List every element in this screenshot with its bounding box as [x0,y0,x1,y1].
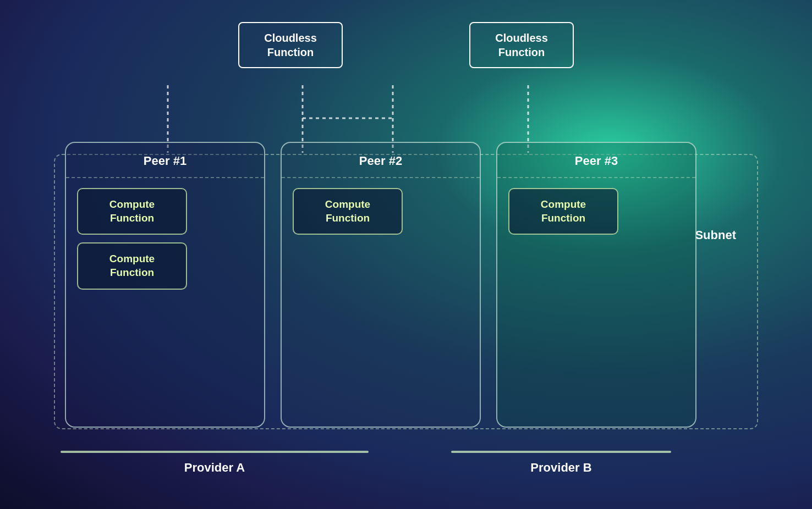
peer-3-compute-1: Compute Function [508,188,618,235]
peer-1-box: Peer #1 Compute Function Compute Functio… [65,142,265,428]
cloudless-label-2: Cloudless [495,32,548,44]
peer-3-box: Peer #3 Compute Function [496,142,696,428]
cloudless-label-1: Cloudless [264,32,317,44]
peer-2-compute-1: Compute Function [293,188,403,235]
provider-b-label: Provider B [530,461,591,475]
subnet-label: Subnet [695,228,736,242]
diagram-container: Cloudless Function Cloudless Function Su… [0,0,812,509]
provider-a-label: Provider A [184,461,245,475]
cloudless-label-2b: Function [498,46,545,58]
cloudless-box-1: Cloudless Function [238,22,343,68]
peers-row: Peer #1 Compute Function Compute Functio… [65,142,696,428]
cloudless-box-2: Cloudless Function [469,22,574,68]
provider-a-section: Provider A [61,451,369,475]
peer-1-separator [66,177,264,178]
provider-a-line [61,451,369,453]
peer-1-title: Peer #1 [77,154,253,168]
provider-b-line [451,451,671,453]
cloudless-row: Cloudless Function Cloudless Function [0,22,812,68]
peer-1-compute-1: Compute Function [77,188,187,235]
peer-3-title: Peer #3 [508,154,684,168]
cloudless-label-1b: Function [267,46,314,58]
peer-2-separator [282,177,480,178]
peer-2-title: Peer #2 [293,154,469,168]
peer-2-box: Peer #2 Compute Function [281,142,481,428]
provider-b-section: Provider B [451,451,671,475]
peer-3-separator [497,177,695,178]
peer-1-compute-2: Compute Function [77,242,187,289]
